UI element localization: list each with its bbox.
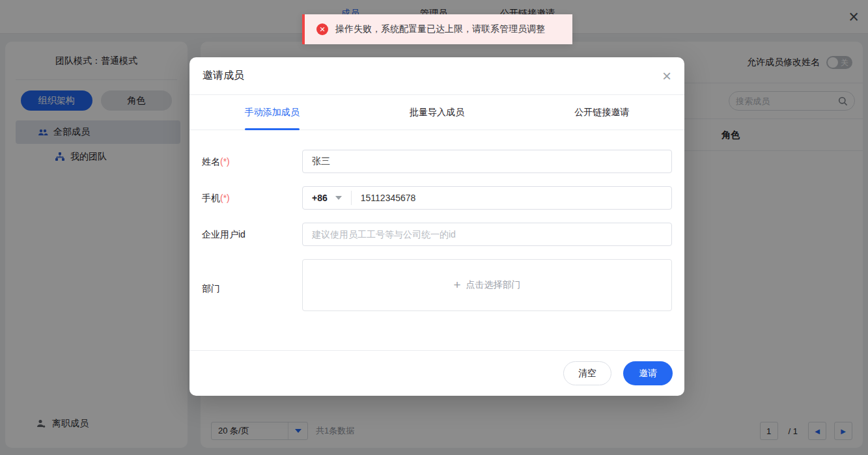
select-department-box[interactable]: + 点击选择部门 bbox=[302, 259, 672, 311]
tab-batch-import[interactable]: 批量导入成员 bbox=[354, 95, 519, 130]
enterprise-userid-input[interactable] bbox=[302, 223, 672, 246]
country-code-value: +86 bbox=[312, 193, 328, 203]
name-field-label: 姓名(*) bbox=[202, 156, 230, 168]
userid-field-label: 企业用户id bbox=[202, 229, 245, 241]
dialog-close-icon[interactable]: × bbox=[662, 68, 671, 84]
dialog-header: 邀请成员 × bbox=[189, 57, 684, 95]
phone-input[interactable] bbox=[352, 193, 671, 203]
plus-icon: + bbox=[453, 278, 460, 292]
dept-field-label: 部门 bbox=[202, 283, 220, 295]
select-department-placeholder: 点击选择部门 bbox=[466, 279, 521, 291]
phone-field: +86 bbox=[302, 186, 672, 210]
required-mark: (*) bbox=[220, 156, 230, 167]
phone-field-label: 手机(*) bbox=[202, 193, 230, 204]
error-toast: ✕ 操作失败，系统配置量已达上限，请联系管理员调整 bbox=[302, 14, 572, 44]
invite-button[interactable]: 邀请 bbox=[623, 361, 673, 385]
clear-button[interactable]: 清空 bbox=[563, 361, 611, 385]
invite-member-dialog: 邀请成员 × 手动添加成员 批量导入成员 公开链接邀请 姓名(*) 手机(*) … bbox=[189, 57, 684, 396]
dialog-tabs: 手动添加成员 批量导入成员 公开链接邀请 bbox=[189, 95, 684, 130]
error-circle-icon: ✕ bbox=[316, 23, 328, 35]
error-toast-message: 操作失败，系统配置量已达上限，请联系管理员调整 bbox=[335, 23, 545, 35]
tab-public-link-invite[interactable]: 公开链接邀请 bbox=[520, 95, 684, 130]
country-code-select[interactable]: +86 bbox=[303, 187, 351, 209]
name-input[interactable] bbox=[302, 150, 672, 173]
required-mark: (*) bbox=[220, 193, 230, 203]
caret-down-icon bbox=[335, 196, 342, 200]
dialog-title: 邀请成员 bbox=[203, 69, 244, 83]
tab-manual-add[interactable]: 手动添加成员 bbox=[189, 95, 354, 130]
dialog-footer: 清空 邀请 bbox=[189, 350, 684, 396]
